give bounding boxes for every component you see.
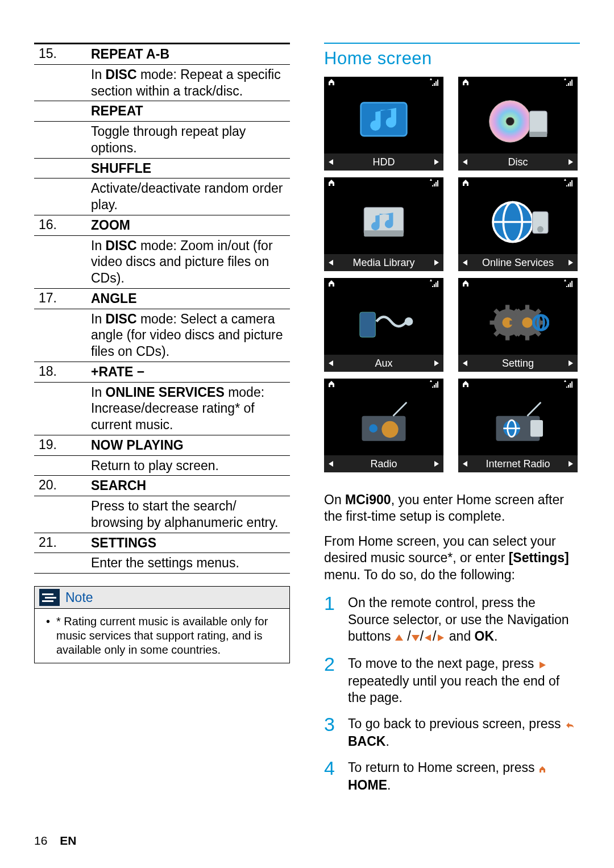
tile-online-services: Online Services bbox=[458, 177, 578, 271]
table-row-desc: Press to start the search/ browsing by a… bbox=[34, 496, 290, 533]
tile-label: Radio bbox=[334, 458, 433, 470]
svg-rect-36 bbox=[360, 312, 376, 337]
svg-rect-0 bbox=[42, 593, 53, 595]
Online Services-icon bbox=[487, 195, 549, 249]
tile-label: Disc bbox=[468, 156, 567, 168]
svg-rect-2 bbox=[42, 600, 53, 602]
row-number: 17. bbox=[34, 289, 91, 309]
svg-rect-19 bbox=[437, 180, 438, 186]
note-icon bbox=[39, 589, 60, 606]
signal-icon bbox=[564, 78, 574, 89]
svg-rect-1 bbox=[45, 597, 56, 599]
tile-arrow-left-icon bbox=[462, 257, 468, 269]
step-item: 4To return to Home screen, press HOME. bbox=[324, 756, 580, 794]
step-number: 1 bbox=[324, 591, 340, 646]
svg-rect-43 bbox=[505, 305, 509, 311]
row-desc: In ONLINE SERVICES mode: Increase/decrea… bbox=[91, 383, 290, 435]
step-number: 3 bbox=[324, 712, 340, 750]
row-title: +RATE − bbox=[91, 362, 290, 382]
Aux-icon bbox=[352, 296, 415, 350]
table-row-header: 15.REPEAT A-B bbox=[34, 44, 290, 65]
svg-rect-11 bbox=[571, 80, 572, 86]
svg-rect-59 bbox=[509, 321, 516, 325]
tile-label: Setting bbox=[468, 358, 567, 369]
svg-rect-8 bbox=[566, 85, 567, 86]
svg-point-37 bbox=[405, 317, 413, 326]
svg-rect-57 bbox=[525, 334, 529, 340]
tile-arrow-left-icon bbox=[327, 156, 334, 168]
svg-rect-3 bbox=[432, 85, 433, 86]
left-column: 15.REPEAT A-BIn DISC mode: Repeat a spec… bbox=[34, 43, 290, 800]
svg-rect-40 bbox=[570, 283, 571, 287]
tile-arrow-left-icon bbox=[462, 358, 468, 369]
nav-left-icon bbox=[424, 629, 433, 646]
svg-rect-72 bbox=[566, 387, 567, 388]
svg-rect-35 bbox=[437, 281, 438, 287]
row-number: 19. bbox=[34, 435, 91, 455]
section-heading: Home screen bbox=[324, 43, 580, 69]
tile-arrow-right-icon bbox=[433, 358, 440, 369]
note-text: * Rating current music is available only… bbox=[56, 614, 281, 657]
svg-rect-81 bbox=[530, 420, 543, 437]
paragraph-2: From Home screen, you can select your de… bbox=[324, 533, 580, 583]
table-row-desc: Activate/deactivate random order play. bbox=[34, 178, 290, 215]
home-icon bbox=[462, 380, 470, 391]
page-number: 16 bbox=[34, 834, 47, 847]
table-row-header: 18.+RATE − bbox=[34, 362, 290, 383]
svg-line-69 bbox=[393, 402, 407, 416]
tile-setting: Setting bbox=[458, 278, 578, 372]
Internet Radio-icon bbox=[487, 396, 549, 450]
row-number bbox=[34, 159, 91, 178]
svg-rect-7 bbox=[361, 103, 407, 136]
tile-label: Aux bbox=[334, 358, 433, 369]
svg-rect-38 bbox=[566, 286, 567, 287]
nav-right-icon bbox=[538, 657, 547, 673]
row-desc: In DISC mode: Repeat a specific section … bbox=[91, 65, 290, 101]
row-number: 16. bbox=[34, 215, 91, 235]
Radio-icon bbox=[352, 396, 415, 450]
tile-label: Media Library bbox=[334, 257, 433, 269]
row-number: 15. bbox=[34, 44, 91, 64]
signal-icon bbox=[564, 380, 574, 391]
svg-rect-10 bbox=[570, 81, 571, 86]
svg-rect-53 bbox=[525, 305, 529, 311]
note-bullet: • bbox=[46, 614, 52, 657]
step-text: To go back to previous screen, press BAC… bbox=[348, 712, 580, 750]
table-row-desc: In DISC mode: Repeat a specific section … bbox=[34, 65, 290, 102]
svg-rect-25 bbox=[571, 180, 572, 186]
svg-point-70 bbox=[369, 424, 377, 433]
step-text: To move to the next page, press repeated… bbox=[348, 652, 580, 707]
tile-arrow-left-icon bbox=[462, 156, 468, 168]
tile-hdd: HDD bbox=[324, 77, 443, 171]
table-row-header: 21.SETTINGS bbox=[34, 533, 290, 554]
svg-rect-6 bbox=[437, 80, 438, 86]
nav-down-icon bbox=[411, 629, 420, 646]
home-icon bbox=[462, 178, 470, 190]
svg-rect-75 bbox=[571, 381, 572, 388]
signal-icon bbox=[564, 178, 574, 190]
table-row-header: 19.NOW PLAYING bbox=[34, 435, 290, 456]
svg-rect-49 bbox=[490, 321, 496, 325]
table-row-desc: Enter the settings menus. bbox=[34, 553, 290, 574]
nav-right-icon bbox=[436, 629, 445, 646]
svg-rect-47 bbox=[505, 334, 509, 340]
tile-label: Internet Radio bbox=[468, 458, 567, 470]
home-icon bbox=[538, 761, 546, 777]
row-desc: Press to start the search/ browsing by a… bbox=[91, 496, 290, 533]
svg-rect-22 bbox=[566, 185, 567, 186]
svg-rect-14 bbox=[529, 111, 547, 135]
row-number: 21. bbox=[34, 533, 91, 553]
tile-arrow-left-icon bbox=[327, 458, 334, 470]
svg-point-31 bbox=[537, 226, 544, 232]
svg-rect-65 bbox=[434, 385, 435, 388]
svg-rect-23 bbox=[568, 184, 569, 186]
tile-arrow-left-icon bbox=[327, 257, 334, 269]
row-number: 20. bbox=[34, 476, 91, 496]
signal-icon bbox=[564, 279, 574, 290]
svg-rect-18 bbox=[435, 182, 437, 186]
row-title: ZOOM bbox=[91, 215, 290, 235]
svg-rect-24 bbox=[570, 182, 571, 186]
note-box: Note • * Rating current music is availab… bbox=[34, 586, 290, 663]
table-row-desc: Return to play screen. bbox=[34, 456, 290, 476]
svg-rect-9 bbox=[568, 83, 569, 86]
